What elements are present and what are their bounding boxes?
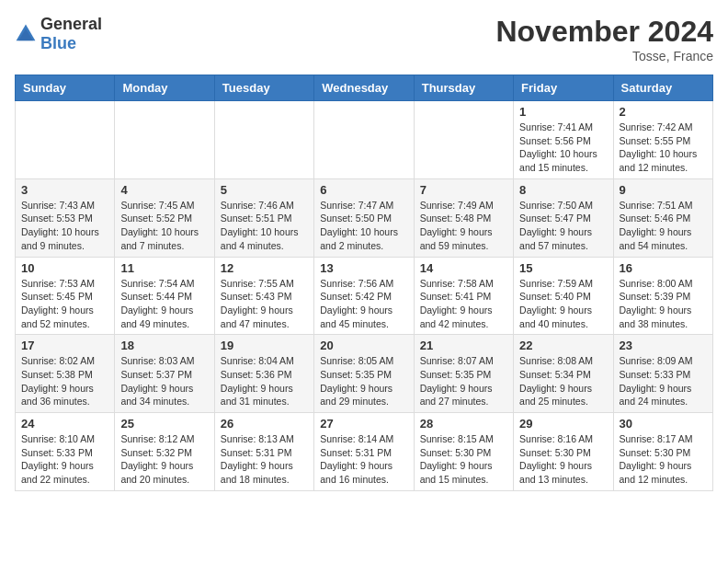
day-info: Sunrise: 7:53 AM Sunset: 5:45 PM Dayligh…: [21, 277, 108, 331]
weekday-header-wednesday: Wednesday: [314, 75, 414, 101]
day-info: Sunrise: 8:17 AM Sunset: 5:30 PM Dayligh…: [620, 432, 707, 487]
day-number: 24: [21, 417, 108, 431]
day-info: Sunrise: 7:58 AM Sunset: 5:41 PM Dayligh…: [420, 277, 507, 331]
day-number: 25: [120, 417, 208, 431]
day-number: 23: [620, 339, 707, 352]
day-info: Sunrise: 8:08 AM Sunset: 5:34 PM Dayligh…: [519, 354, 607, 408]
day-info: Sunrise: 8:07 AM Sunset: 5:35 PM Dayligh…: [420, 354, 507, 408]
page-header: General Blue November 2024 Tosse, France: [15, 15, 713, 63]
calendar-week-5: 24Sunrise: 8:10 AM Sunset: 5:33 PM Dayli…: [16, 413, 713, 491]
day-number: 22: [519, 339, 607, 352]
logo: General Blue: [15, 15, 102, 53]
day-info: Sunrise: 7:54 AM Sunset: 5:44 PM Dayligh…: [120, 277, 208, 331]
day-info: Sunrise: 8:12 AM Sunset: 5:32 PM Dayligh…: [120, 432, 208, 487]
calendar-cell: 7Sunrise: 7:49 AM Sunset: 5:48 PM Daylig…: [414, 178, 513, 257]
day-number: 8: [519, 183, 607, 197]
calendar-cell: 13Sunrise: 7:56 AM Sunset: 5:42 PM Dayli…: [314, 257, 414, 335]
calendar-cell: 21Sunrise: 8:07 AM Sunset: 5:35 PM Dayli…: [414, 335, 513, 413]
day-info: Sunrise: 8:15 AM Sunset: 5:30 PM Dayligh…: [420, 432, 507, 487]
calendar-cell: 15Sunrise: 7:59 AM Sunset: 5:40 PM Dayli…: [514, 257, 613, 335]
day-number: 7: [420, 183, 507, 197]
day-number: 27: [320, 417, 407, 431]
day-number: 2: [620, 105, 707, 119]
day-info: Sunrise: 7:43 AM Sunset: 5:53 PM Dayligh…: [21, 199, 108, 253]
calendar-cell: 19Sunrise: 8:04 AM Sunset: 5:36 PM Dayli…: [214, 335, 313, 413]
logo-blue: Blue: [40, 34, 76, 52]
day-info: Sunrise: 8:04 AM Sunset: 5:36 PM Dayligh…: [221, 354, 308, 408]
calendar-cell: 20Sunrise: 8:05 AM Sunset: 5:35 PM Dayli…: [314, 335, 414, 413]
day-number: 13: [320, 261, 407, 275]
day-number: 20: [320, 339, 407, 352]
calendar-week-2: 3Sunrise: 7:43 AM Sunset: 5:53 PM Daylig…: [16, 178, 713, 257]
calendar-cell: 17Sunrise: 8:02 AM Sunset: 5:38 PM Dayli…: [16, 335, 115, 413]
day-info: Sunrise: 7:46 AM Sunset: 5:51 PM Dayligh…: [221, 199, 308, 253]
day-info: Sunrise: 7:55 AM Sunset: 5:43 PM Dayligh…: [221, 277, 308, 331]
weekday-header-thursday: Thursday: [414, 75, 513, 101]
day-number: 9: [620, 183, 707, 197]
calendar-cell: 29Sunrise: 8:16 AM Sunset: 5:30 PM Dayli…: [514, 413, 613, 491]
day-info: Sunrise: 8:16 AM Sunset: 5:30 PM Dayligh…: [519, 432, 607, 487]
calendar-cell: [115, 101, 214, 179]
month-title: November 2024: [495, 15, 713, 49]
day-number: 26: [221, 417, 308, 431]
day-number: 14: [420, 261, 507, 275]
day-info: Sunrise: 8:14 AM Sunset: 5:31 PM Dayligh…: [320, 432, 407, 487]
calendar-cell: 26Sunrise: 8:13 AM Sunset: 5:31 PM Dayli…: [214, 413, 313, 491]
calendar-cell: 2Sunrise: 7:42 AM Sunset: 5:55 PM Daylig…: [613, 101, 712, 179]
calendar-cell: 10Sunrise: 7:53 AM Sunset: 5:45 PM Dayli…: [16, 257, 115, 335]
day-number: 11: [120, 261, 208, 275]
calendar-cell: 6Sunrise: 7:47 AM Sunset: 5:50 PM Daylig…: [314, 178, 414, 257]
calendar-cell: 3Sunrise: 7:43 AM Sunset: 5:53 PM Daylig…: [16, 178, 115, 257]
day-info: Sunrise: 7:56 AM Sunset: 5:42 PM Dayligh…: [320, 277, 407, 331]
day-number: 1: [519, 105, 607, 119]
calendar-cell: 5Sunrise: 7:46 AM Sunset: 5:51 PM Daylig…: [214, 178, 313, 257]
day-number: 12: [221, 261, 308, 275]
day-number: 4: [120, 183, 208, 197]
day-info: Sunrise: 8:09 AM Sunset: 5:33 PM Dayligh…: [620, 354, 707, 408]
calendar-cell: 12Sunrise: 7:55 AM Sunset: 5:43 PM Dayli…: [214, 257, 313, 335]
weekday-header-friday: Friday: [514, 75, 613, 101]
location: Tosse, France: [495, 49, 713, 63]
weekday-header-saturday: Saturday: [613, 75, 712, 101]
day-number: 10: [21, 261, 108, 275]
day-number: 21: [420, 339, 507, 352]
day-number: 28: [420, 417, 507, 431]
calendar-cell: 18Sunrise: 8:03 AM Sunset: 5:37 PM Dayli…: [115, 335, 214, 413]
day-number: 3: [21, 183, 108, 197]
logo-icon: [15, 23, 37, 45]
weekday-header-tuesday: Tuesday: [214, 75, 313, 101]
calendar-cell: [16, 101, 115, 179]
day-info: Sunrise: 8:05 AM Sunset: 5:35 PM Dayligh…: [320, 354, 407, 408]
day-number: 5: [221, 183, 308, 197]
calendar-week-1: 1Sunrise: 7:41 AM Sunset: 5:56 PM Daylig…: [16, 101, 713, 179]
day-info: Sunrise: 8:10 AM Sunset: 5:33 PM Dayligh…: [21, 432, 108, 487]
calendar-cell: 27Sunrise: 8:14 AM Sunset: 5:31 PM Dayli…: [314, 413, 414, 491]
day-info: Sunrise: 8:02 AM Sunset: 5:38 PM Dayligh…: [21, 354, 108, 408]
calendar-cell: 1Sunrise: 7:41 AM Sunset: 5:56 PM Daylig…: [514, 101, 613, 179]
calendar-cell: 30Sunrise: 8:17 AM Sunset: 5:30 PM Dayli…: [613, 413, 712, 491]
calendar-cell: 25Sunrise: 8:12 AM Sunset: 5:32 PM Dayli…: [115, 413, 214, 491]
calendar: SundayMondayTuesdayWednesdayThursdayFrid…: [15, 75, 713, 491]
day-info: Sunrise: 8:00 AM Sunset: 5:39 PM Dayligh…: [620, 277, 707, 331]
calendar-cell: 11Sunrise: 7:54 AM Sunset: 5:44 PM Dayli…: [115, 257, 214, 335]
weekday-header-monday: Monday: [115, 75, 214, 101]
day-info: Sunrise: 8:13 AM Sunset: 5:31 PM Dayligh…: [221, 432, 308, 487]
day-number: 18: [120, 339, 208, 352]
day-info: Sunrise: 7:50 AM Sunset: 5:47 PM Dayligh…: [519, 199, 607, 253]
calendar-cell: 22Sunrise: 8:08 AM Sunset: 5:34 PM Dayli…: [514, 335, 613, 413]
day-number: 19: [221, 339, 308, 352]
day-number: 15: [519, 261, 607, 275]
day-info: Sunrise: 7:45 AM Sunset: 5:52 PM Dayligh…: [120, 199, 208, 253]
day-info: Sunrise: 7:41 AM Sunset: 5:56 PM Dayligh…: [519, 121, 607, 175]
weekday-header-row: SundayMondayTuesdayWednesdayThursdayFrid…: [16, 75, 713, 101]
day-number: 16: [620, 261, 707, 275]
calendar-cell: 8Sunrise: 7:50 AM Sunset: 5:47 PM Daylig…: [514, 178, 613, 257]
calendar-cell: 14Sunrise: 7:58 AM Sunset: 5:41 PM Dayli…: [414, 257, 513, 335]
calendar-cell: 24Sunrise: 8:10 AM Sunset: 5:33 PM Dayli…: [16, 413, 115, 491]
day-number: 6: [320, 183, 407, 197]
day-info: Sunrise: 7:47 AM Sunset: 5:50 PM Dayligh…: [320, 199, 407, 253]
calendar-cell: 16Sunrise: 8:00 AM Sunset: 5:39 PM Dayli…: [613, 257, 712, 335]
calendar-week-3: 10Sunrise: 7:53 AM Sunset: 5:45 PM Dayli…: [16, 257, 713, 335]
calendar-cell: 4Sunrise: 7:45 AM Sunset: 5:52 PM Daylig…: [115, 178, 214, 257]
calendar-cell: [314, 101, 414, 179]
